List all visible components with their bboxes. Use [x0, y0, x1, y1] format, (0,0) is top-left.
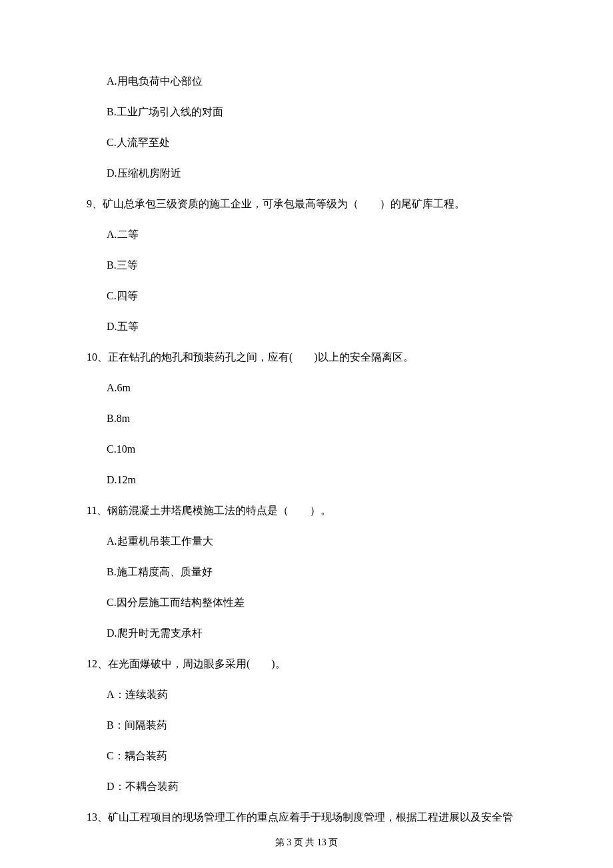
q8-option-a: A.用电负荷中心部位	[107, 73, 526, 89]
q9-option-d: D.五等	[107, 319, 526, 335]
q10-option-b: B.8m	[107, 411, 526, 427]
q9-option-b: B.三等	[107, 257, 526, 273]
q9-option-a: A.二等	[107, 227, 526, 243]
q11-option-d: D.爬升时无需支承杆	[107, 625, 526, 641]
page-footer: 第 3 页 共 13 页	[0, 835, 613, 849]
q8-option-c: C.人流罕至处	[107, 135, 526, 151]
page-container: A.用电负荷中心部位 B.工业广场引入线的对面 C.人流罕至处 D.压缩机房附近…	[0, 0, 613, 868]
q10-option-c: C.10m	[107, 441, 526, 457]
q11-option-c: C.因分层施工而结构整体性差	[107, 595, 526, 611]
q12-option-c: C：耦合装药	[107, 748, 526, 764]
q8-option-d: D.压缩机房附近	[107, 165, 526, 181]
question-10: 10、正在钻孔的炮孔和预装药孔之间，应有( )以上的安全隔离区。	[87, 349, 526, 365]
q12-option-b: B：间隔装药	[107, 717, 526, 733]
question-9: 9、矿山总承包三级资质的施工企业，可承包最高等级为（ ）的尾矿库工程。	[87, 196, 526, 212]
question-13: 13、矿山工程项目的现场管理工作的重点应着手于现场制度管理，根据工程进展以及安全…	[87, 809, 526, 825]
q10-option-d: D.12m	[107, 472, 526, 488]
question-11: 11、钢筋混凝土井塔爬模施工法的特点是（ ）。	[87, 503, 526, 519]
q11-option-a: A.起重机吊装工作量大	[107, 533, 526, 549]
question-12: 12、在光面爆破中，周边眼多采用( )。	[87, 656, 526, 672]
q10-option-a: A.6m	[107, 380, 526, 396]
q12-option-a: A：连续装药	[107, 687, 526, 703]
q8-option-b: B.工业广场引入线的对面	[107, 104, 526, 120]
q9-option-c: C.四等	[107, 288, 526, 304]
q11-option-b: B.施工精度高、质量好	[107, 564, 526, 580]
q12-option-d: D：不耦合装药	[107, 779, 526, 795]
